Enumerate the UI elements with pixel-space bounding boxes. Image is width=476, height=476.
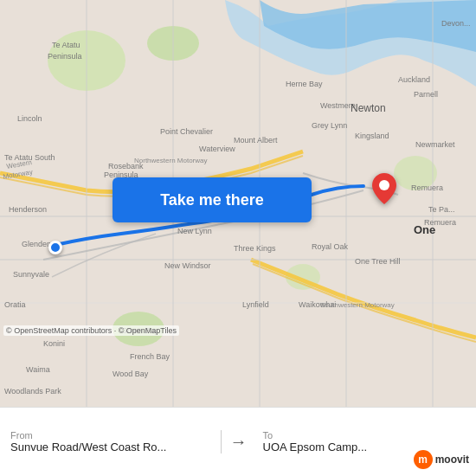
svg-text:Devon...: Devon... [441,19,471,28]
svg-text:Parnell: Parnell [414,90,438,99]
svg-text:Newmarket: Newmarket [415,140,455,149]
svg-text:Henderson: Henderson [9,205,47,214]
svg-text:Point Chevalier: Point Chevalier [160,127,213,136]
take-me-there-button[interactable]: Take me there [113,177,312,222]
from-label: From [10,430,214,441]
newton-label: Newton [351,102,386,114]
svg-text:Grey Lynn: Grey Lynn [312,121,347,130]
svg-text:Waterview: Waterview [199,145,235,153]
svg-text:Woodlands Park: Woodlands Park [4,387,61,396]
moovit-text: moovit [435,453,469,466]
svg-text:Sunnyvale: Sunnyvale [13,270,49,279]
route-arrow-icon: → [222,432,256,452]
svg-text:Lincoln: Lincoln [17,114,42,123]
svg-text:Royal Oak: Royal Oak [312,242,349,251]
svg-text:Oratia: Oratia [4,300,26,309]
svg-text:One Tree Hill: One Tree Hill [355,257,401,266]
from-section: From Sunvue Road/West Coast Ro... [10,430,222,453]
svg-text:French Bay: French Bay [130,352,170,361]
svg-text:Waima: Waima [26,365,50,374]
svg-text:New Windsor: New Windsor [164,261,211,270]
destination-marker [372,173,396,208]
map-container: Te Atatu Peninsula Lincoln Te Atatu Sout… [0,0,476,407]
svg-text:Auckland: Auckland [398,75,430,84]
from-value: Sunvue Road/West Coast Ro... [10,441,214,453]
moovit-icon: m [414,450,433,469]
svg-text:Lynfield: Lynfield [242,300,269,309]
svg-text:Herne Bay: Herne Bay [286,80,323,88]
to-label: To [263,430,466,441]
map-attribution: © OpenStreetMap contributors · © OpenMap… [3,325,179,336]
svg-point-57 [379,180,389,190]
button-label: Take me there [160,191,264,209]
svg-text:Southwestern Motorway: Southwestern Motorway [320,301,395,309]
svg-text:Northwestern Motorway: Northwestern Motorway [134,157,207,164]
svg-text:Wood Bay: Wood Bay [113,370,149,378]
svg-text:Mount Albert: Mount Albert [234,136,278,145]
svg-text:Remuera: Remuera [411,183,443,192]
svg-text:Konini: Konini [43,339,65,348]
svg-text:Three Kings: Three Kings [234,244,276,253]
bottom-bar: From Sunvue Road/West Coast Ro... → To U… [0,407,476,476]
moovit-logo: m moovit [414,450,469,469]
one-label: One [414,223,435,236]
svg-text:New Lynn: New Lynn [177,227,212,235]
svg-text:Te Atatu: Te Atatu [52,41,80,49]
svg-text:Peninsula: Peninsula [48,52,82,61]
svg-text:Te Pa...: Te Pa... [428,205,455,214]
origin-marker [48,241,62,254]
svg-text:Kingsland: Kingsland [355,132,389,140]
